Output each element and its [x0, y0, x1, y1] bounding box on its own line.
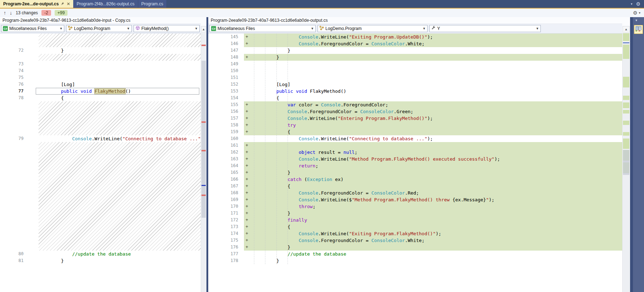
code-line[interactable]: 150: [208, 67, 622, 74]
code-line[interactable]: 148+ }: [208, 54, 622, 61]
code-line[interactable]: 156+ Console.ForegroundColor = ConsoleCo…: [208, 108, 622, 115]
code-line[interactable]: 159+ {: [208, 129, 622, 135]
code-line[interactable]: 175+ Console.ForegroundColor = ConsoleCo…: [208, 237, 622, 244]
changes-count-label: 13 changes: [16, 10, 38, 15]
document-list-chevron-icon[interactable]: ▾: [631, 2, 633, 6]
left-type-dropdown[interactable]: LogDemo.Program ▼: [66, 25, 131, 32]
added-change-map-mark: [623, 139, 629, 149]
code-line[interactable]: 146+ Console.ForegroundColor = ConsoleCo…: [208, 40, 622, 47]
compare-files-tool-button[interactable]: [634, 25, 643, 34]
code-line[interactable]: 155+ var color = Console.ForegroundColor…: [208, 101, 622, 108]
code-line[interactable]: 163+ Console.WriteLine("Method Program.F…: [208, 156, 622, 162]
code-text: Console.WriteLine("Exiting Program.Updat…: [250, 34, 433, 40]
line-number: 162: [208, 149, 244, 156]
right-margin-panel: ▾: [633, 17, 644, 292]
added-change-map-mark: [623, 77, 629, 87]
code-text: try: [250, 122, 296, 129]
diff-settings-chevron-icon[interactable]: ▾: [639, 11, 640, 15]
code-line[interactable]: 158+ try: [208, 122, 622, 129]
right-code-editor[interactable]: 145+ Console.WriteLine("Exiting Program.…: [208, 34, 622, 292]
code-line[interactable]: 79 Console.WriteLine("Connecting to data…: [0, 135, 201, 142]
close-tab-icon[interactable]: ✕: [66, 1, 70, 6]
code-line[interactable]: 151: [208, 74, 622, 81]
code-line[interactable]: 149: [208, 61, 622, 67]
line-number: 152: [208, 81, 244, 88]
tabstrip-controls: ▾ ⚙: [627, 0, 644, 8]
code-line[interactable]: 153 public void FlakyMethod(): [208, 88, 622, 95]
added-line-marker: [244, 47, 250, 54]
code-line[interactable]: 178 }: [208, 257, 622, 264]
removed-lines-badge: -2: [41, 10, 51, 16]
line-number: 145: [208, 34, 244, 40]
left-code-editor[interactable]: 72 }73747576 [Log]77 public void FlakyMe…: [0, 34, 201, 292]
code-line[interactable]: 164+ return;: [208, 162, 622, 169]
code-line[interactable]: 154 {: [208, 95, 622, 101]
added-line-marker: +: [244, 142, 250, 149]
code-text: //update the database: [36, 251, 131, 257]
line-number: 173: [208, 223, 244, 230]
code-line[interactable]: 76 [Log]: [0, 81, 201, 88]
panel-chevron-icon[interactable]: ▾: [635, 18, 637, 22]
scroll-up-button[interactable]: ▲: [623, 26, 630, 32]
code-line[interactable]: 75: [0, 74, 201, 81]
code-line[interactable]: 73: [0, 61, 201, 67]
right-member-dropdown[interactable]: Y ▼: [429, 25, 541, 32]
code-text: {: [250, 129, 290, 135]
code-text: {: [250, 95, 279, 101]
code-line[interactable]: 152 [Log]: [208, 81, 622, 88]
right-project-dropdown[interactable]: C# Miscellaneous Files ▼: [209, 25, 316, 32]
code-text: var color = Console.ForegroundColor;: [250, 101, 388, 108]
code-line[interactable]: 166+ catch (Exception ex): [208, 176, 622, 183]
right-type-dropdown[interactable]: LogDemo.Program ▼: [318, 25, 428, 32]
code-text: [36, 74, 39, 81]
added-line-marker: +: [244, 237, 250, 244]
code-line[interactable]: 147 }: [208, 47, 622, 54]
code-line[interactable]: 72 }: [0, 47, 201, 54]
left-member-dropdown[interactable]: FlakyMethod() ▼: [134, 25, 200, 32]
code-line[interactable]: 160 Console.WriteLine("Connecting to dat…: [208, 135, 622, 142]
code-line[interactable]: 176+ }: [208, 244, 622, 251]
code-line[interactable]: 177 //update the database: [208, 251, 622, 257]
code-text: }: [36, 257, 64, 264]
document-tab[interactable]: Program-2ee...de-output.cs✕: [0, 0, 73, 8]
left-editor-scrollbar[interactable]: ▲: [201, 17, 206, 292]
line-number: 148: [208, 54, 244, 61]
code-line[interactable]: 165+ }: [208, 169, 622, 176]
diff-settings-gear-icon[interactable]: ⚙: [633, 10, 638, 15]
code-text: }: [36, 47, 64, 54]
code-line[interactable]: 145+ Console.WriteLine("Exiting Program.…: [208, 34, 622, 40]
document-tab[interactable]: Program-2f4b...826c-output.cs: [73, 0, 138, 8]
previous-change-button[interactable]: ↑: [4, 10, 6, 15]
next-change-button[interactable]: ↓: [10, 10, 12, 15]
scroll-up-button[interactable]: ▲: [201, 26, 206, 32]
code-text: Console.WriteLine("Connecting to databas…: [36, 135, 201, 142]
line-number: 174: [208, 230, 244, 237]
code-line[interactable]: 77 public void FlakyMethod(): [0, 88, 201, 95]
code-line[interactable]: 169+ Console.WriteLine($"Method Program.…: [208, 196, 622, 203]
code-line[interactable]: 174+ Console.WriteLine("Exiting Program.…: [208, 230, 622, 237]
right-editor-scrollbar[interactable]: ▲: [622, 17, 630, 292]
tabstrip-gear-icon[interactable]: ⚙: [636, 1, 640, 6]
code-line[interactable]: 80 //update the database: [0, 251, 201, 257]
code-line[interactable]: 173+ {: [208, 223, 622, 230]
code-line[interactable]: 167+ {: [208, 183, 622, 190]
document-tab[interactable]: Program.cs: [138, 0, 167, 8]
code-line[interactable]: 168+ Console.ForegroundColor = ConsoleCo…: [208, 190, 622, 196]
code-line[interactable]: 171+ }: [208, 210, 622, 217]
code-line[interactable]: 78 {: [0, 95, 201, 101]
code-text: Console.WriteLine("Exiting Program.Flaky…: [250, 230, 441, 237]
scrollbar-thumb[interactable]: [623, 150, 629, 175]
scrollbar-thumb[interactable]: [201, 61, 206, 218]
code-line[interactable]: 74: [0, 67, 201, 74]
left-project-dropdown[interactable]: C# Miscellaneous Files ▼: [1, 25, 64, 32]
code-line[interactable]: 172+ finally: [208, 217, 622, 223]
csharp-project-icon: C#: [3, 26, 8, 31]
pin-icon[interactable]: [61, 1, 64, 6]
added-change-map-mark: [623, 33, 629, 41]
code-line[interactable]: 162+ object result = null;: [208, 149, 622, 156]
code-line[interactable]: 81 }: [0, 257, 201, 264]
line-number: 76: [0, 81, 36, 88]
code-line[interactable]: 161+: [208, 142, 622, 149]
code-line[interactable]: 170+ throw;: [208, 203, 622, 210]
code-line[interactable]: 157+ Console.WriteLine("Entering Program…: [208, 115, 622, 122]
